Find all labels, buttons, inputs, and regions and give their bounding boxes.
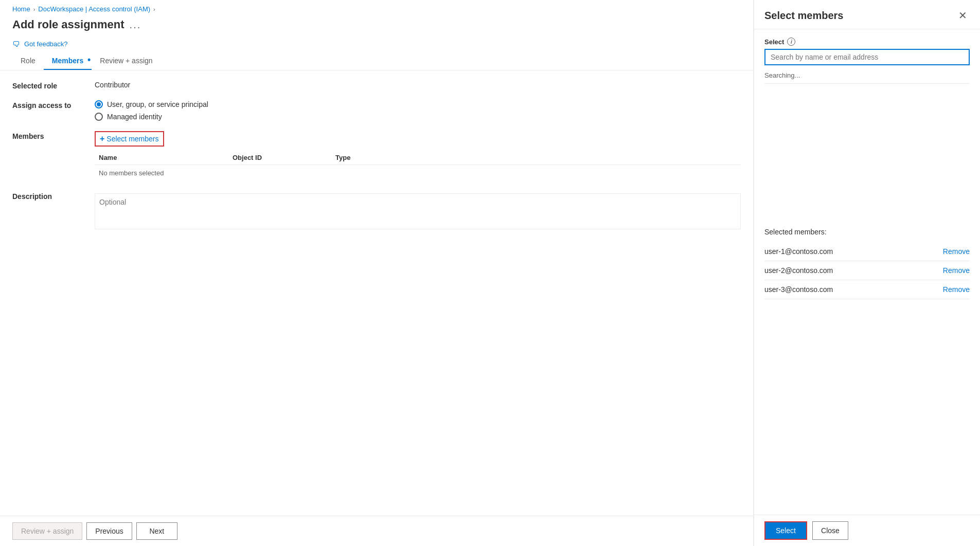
right-panel-header: Select members ✕ [754, 0, 980, 29]
member-email-2: user-2@contoso.com [764, 266, 833, 275]
page-options-icon[interactable]: ... [130, 19, 141, 31]
members-label: Members [12, 131, 95, 140]
col-header-type: Type [331, 151, 741, 165]
select-label: Select i [764, 38, 970, 46]
searching-status: Searching... [764, 71, 970, 84]
selected-role-row: Selected role Contributor [12, 81, 741, 90]
col-header-object-id: Object ID [228, 151, 331, 165]
close-button[interactable]: Close [812, 521, 848, 540]
selected-members-label: Selected members: [764, 228, 970, 236]
tab-review-assign[interactable]: Review + assign [92, 51, 161, 70]
remove-member-2-button[interactable]: Remove [943, 266, 970, 275]
tab-role[interactable]: Role [12, 51, 44, 70]
remove-member-1-button[interactable]: Remove [943, 247, 970, 256]
breadcrumb-workspace[interactable]: DocWorkspace | Access control (IAM) [38, 5, 150, 13]
select-button[interactable]: Select [764, 521, 807, 540]
close-panel-button[interactable]: ✕ [955, 8, 970, 23]
bottom-bar: Review + assign Previous Next [0, 516, 753, 546]
right-panel-body: Select i Searching... Selected members: … [754, 29, 980, 515]
radio-user-circle[interactable] [95, 100, 103, 108]
feedback-bar[interactable]: 🗨 Got feedback? [0, 37, 753, 51]
feedback-icon: 🗨 [12, 40, 20, 48]
plus-icon: + [100, 134, 104, 143]
select-label-text: Select [764, 38, 784, 46]
breadcrumb-chevron-2: › [153, 6, 155, 12]
radio-user-label: User, group, or service principal [107, 100, 208, 108]
col-header-name: Name [95, 151, 228, 165]
select-members-button[interactable]: + Select members [95, 131, 164, 147]
breadcrumb: Home › DocWorkspace | Access control (IA… [0, 0, 753, 16]
assign-access-label: Assign access to [12, 100, 95, 110]
member-email-1: user-1@contoso.com [764, 247, 833, 256]
select-members-label: Select members [106, 135, 158, 143]
no-members-text: No members selected [95, 165, 741, 181]
radio-user-group[interactable]: User, group, or service principal [95, 100, 741, 108]
feedback-label: Got feedback? [24, 40, 68, 48]
table-row-empty: No members selected [95, 165, 741, 181]
breadcrumb-chevron-1: › [33, 6, 35, 12]
info-icon[interactable]: i [787, 38, 795, 46]
right-panel-footer: Select Close [754, 515, 980, 546]
radio-managed-circle[interactable] [95, 113, 103, 121]
right-panel: Select members ✕ Select i Searching... S… [754, 0, 980, 546]
member-row-3: user-3@contoso.com Remove [764, 280, 970, 299]
search-input[interactable] [765, 50, 969, 64]
members-value: + Select members Name Object ID Type [95, 131, 741, 181]
member-row-1: user-1@contoso.com Remove [764, 242, 970, 261]
assign-access-value: User, group, or service principal Manage… [95, 100, 741, 121]
review-assign-button[interactable]: Review + assign [12, 522, 82, 540]
assign-access-row: Assign access to User, group, or service… [12, 100, 741, 121]
description-textarea[interactable] [95, 193, 741, 229]
radio-managed[interactable]: Managed identity [95, 113, 741, 121]
tab-members[interactable]: Members [44, 51, 92, 70]
page-title: Add role assignment [12, 18, 124, 31]
tab-bar: Role Members Review + assign [0, 51, 753, 70]
description-area [95, 193, 741, 231]
right-panel-title: Select members [764, 10, 843, 22]
members-table: Name Object ID Type No members selected [95, 151, 741, 181]
breadcrumb-home[interactable]: Home [12, 5, 30, 13]
radio-group: User, group, or service principal Manage… [95, 100, 741, 121]
search-box-wrapper [764, 49, 970, 65]
selected-role-value: Contributor [95, 81, 741, 89]
radio-managed-label: Managed identity [107, 113, 162, 121]
members-row: Members + Select members Name Object ID … [12, 131, 741, 181]
next-button[interactable]: Next [136, 522, 177, 540]
member-row-2: user-2@contoso.com Remove [764, 261, 970, 280]
selected-role-label: Selected role [12, 81, 95, 90]
description-row: Description [12, 191, 741, 231]
description-label: Description [12, 191, 95, 201]
previous-button[interactable]: Previous [86, 522, 132, 540]
page-title-area: Add role assignment ... [0, 16, 753, 37]
member-email-3: user-3@contoso.com [764, 285, 833, 294]
selected-members-section: Selected members: user-1@contoso.com Rem… [764, 228, 970, 299]
form-area: Selected role Contributor Assign access … [0, 70, 753, 516]
remove-member-3-button[interactable]: Remove [943, 285, 970, 294]
